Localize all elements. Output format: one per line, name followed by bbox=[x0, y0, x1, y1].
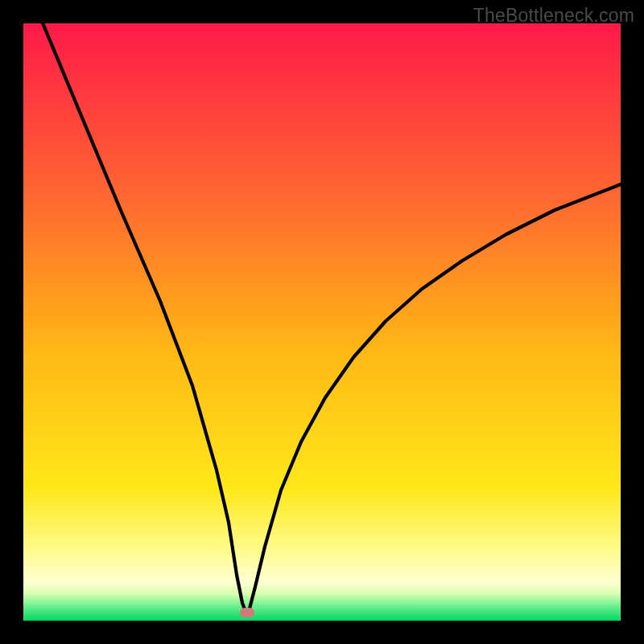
bottleneck-curve bbox=[23, 23, 621, 621]
plot-area bbox=[23, 23, 621, 621]
watermark-text: TheBottleneck.com bbox=[473, 5, 634, 27]
optimal-point-marker bbox=[240, 608, 254, 617]
chart-frame: TheBottleneck.com bbox=[0, 0, 644, 644]
